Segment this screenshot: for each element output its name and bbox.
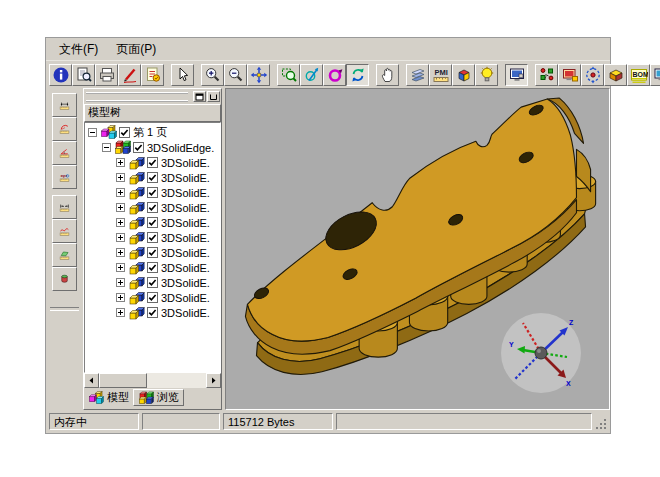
tree-item-part[interactable]: 3DSolidE. bbox=[85, 275, 220, 290]
zoom-in-button[interactable] bbox=[201, 64, 224, 86]
checkbox-checked[interactable] bbox=[147, 247, 158, 258]
menu-page[interactable]: 页面(P) bbox=[107, 39, 165, 60]
tree-item-label: 3DSolidEdge. bbox=[147, 142, 214, 154]
checkbox-checked[interactable] bbox=[147, 172, 158, 183]
animation-button[interactable] bbox=[558, 64, 581, 86]
resize-grip[interactable] bbox=[595, 413, 607, 430]
print-preview-button[interactable] bbox=[72, 64, 95, 86]
expand-icon[interactable] bbox=[116, 248, 125, 257]
zoom-out-button[interactable] bbox=[224, 64, 247, 86]
measure-length-button[interactable] bbox=[52, 93, 77, 117]
measure-distance-button[interactable] bbox=[52, 195, 77, 219]
tree-item-label: 第 1 页 bbox=[133, 125, 167, 140]
expand-icon[interactable] bbox=[116, 218, 125, 227]
expand-icon[interactable] bbox=[116, 203, 125, 212]
tree-item-part[interactable]: 3DSolidE. bbox=[85, 305, 220, 320]
about-info-button[interactable] bbox=[49, 64, 72, 86]
expand-icon[interactable] bbox=[116, 173, 125, 182]
explode-view-button[interactable] bbox=[535, 64, 558, 86]
measure-coordinate-button[interactable]: xyz bbox=[52, 165, 77, 189]
checkbox-checked[interactable] bbox=[147, 157, 158, 168]
measure-curve-button[interactable] bbox=[52, 219, 77, 243]
tab-model[interactable]: 模型 bbox=[84, 389, 133, 406]
viewport-3d[interactable]: Z X Y bbox=[225, 88, 610, 410]
cylinder-volume-icon bbox=[59, 269, 70, 289]
scroll-left-button[interactable] bbox=[84, 373, 99, 388]
tree-item-page[interactable]: 第 1 页 bbox=[85, 125, 220, 140]
tree-item-part[interactable]: 3DSolidE. bbox=[85, 215, 220, 230]
markup-edit-button[interactable] bbox=[118, 64, 141, 86]
tree-item-assembly[interactable]: 3DSolidEdge. bbox=[85, 140, 220, 155]
display-mode-button[interactable] bbox=[505, 64, 528, 86]
toolbar-separator bbox=[50, 307, 79, 311]
expand-icon[interactable] bbox=[116, 308, 125, 317]
tree-item-part[interactable]: 3DSolidE. bbox=[85, 245, 220, 260]
lighting-button[interactable] bbox=[475, 64, 498, 86]
panel-hide-button[interactable] bbox=[207, 91, 220, 102]
pan-move-button[interactable] bbox=[247, 64, 270, 86]
checkbox-checked[interactable] bbox=[147, 187, 158, 198]
panel-float-button[interactable] bbox=[193, 91, 206, 102]
tree-item-part[interactable]: 3DSolidE. bbox=[85, 155, 220, 170]
refresh-regenerate-button[interactable] bbox=[346, 64, 369, 86]
pan-hand-button[interactable] bbox=[376, 64, 399, 86]
panel-title-bar[interactable] bbox=[84, 89, 221, 104]
design-review-button[interactable] bbox=[650, 64, 660, 86]
panel-drag-grip[interactable] bbox=[86, 92, 188, 102]
orientation-axis-indicator[interactable]: Z X Y bbox=[499, 311, 583, 395]
tree-item-part[interactable]: 3DSolidE. bbox=[85, 230, 220, 245]
solid-render-button[interactable] bbox=[604, 64, 627, 86]
svg-text:BOM: BOM bbox=[632, 71, 648, 78]
checkbox-checked[interactable] bbox=[147, 217, 158, 228]
expand-icon[interactable] bbox=[116, 233, 125, 242]
select-button[interactable] bbox=[171, 64, 194, 86]
expand-icon[interactable] bbox=[116, 293, 125, 302]
content-area: xyz 模型树 第 1 页 bbox=[46, 88, 610, 410]
tab-browse[interactable]: 浏览 bbox=[133, 389, 184, 406]
solid-box-icon bbox=[607, 66, 625, 84]
stamp-annotate-button[interactable] bbox=[141, 64, 164, 86]
bom-table-button[interactable]: BOM bbox=[627, 64, 650, 86]
layers-button[interactable] bbox=[406, 64, 429, 86]
scrollbar-thumb[interactable] bbox=[99, 373, 147, 388]
tree-item-part[interactable]: 3DSolidE. bbox=[85, 185, 220, 200]
part-icon bbox=[128, 260, 145, 275]
tab-label: 模型 bbox=[107, 390, 129, 405]
checkbox-checked[interactable] bbox=[147, 307, 158, 318]
measure-angle-button[interactable] bbox=[52, 141, 77, 165]
zoom-window-button[interactable] bbox=[277, 64, 300, 86]
tree-item-part[interactable]: 3DSolidE. bbox=[85, 290, 220, 305]
measure-volume-button[interactable] bbox=[52, 267, 77, 291]
collapse-icon[interactable] bbox=[102, 143, 111, 152]
orbit-sphere-button[interactable] bbox=[581, 64, 604, 86]
model-tree[interactable]: 第 1 页 3DSolidEdge. 3DSolidE. 3DSolidE. 3… bbox=[84, 122, 221, 373]
scroll-right-button[interactable] bbox=[206, 373, 221, 388]
tree-item-part[interactable]: 3DSolidE. bbox=[85, 170, 220, 185]
radius-arc-icon bbox=[59, 119, 70, 139]
rotate-orbit-button[interactable] bbox=[323, 64, 346, 86]
expand-icon[interactable] bbox=[116, 158, 125, 167]
checkbox-checked[interactable] bbox=[147, 262, 158, 273]
menu-file[interactable]: 文件(F) bbox=[50, 39, 107, 60]
checkbox-checked[interactable] bbox=[147, 292, 158, 303]
tree-item-part[interactable]: 3DSolidE. bbox=[85, 260, 220, 275]
print-button[interactable] bbox=[95, 64, 118, 86]
checkbox-checked[interactable] bbox=[147, 202, 158, 213]
expand-icon[interactable] bbox=[116, 188, 125, 197]
horizontal-scrollbar[interactable] bbox=[84, 373, 221, 388]
checkbox-checked[interactable] bbox=[133, 142, 144, 153]
measure-radius-button[interactable] bbox=[52, 117, 77, 141]
zoom-dynamic-button[interactable] bbox=[300, 64, 323, 86]
checkbox-checked[interactable] bbox=[119, 127, 130, 138]
scrollbar-track[interactable] bbox=[147, 373, 206, 388]
checkbox-checked[interactable] bbox=[147, 277, 158, 288]
expand-icon[interactable] bbox=[116, 263, 125, 272]
pmi-display-button[interactable]: PMI bbox=[429, 64, 452, 86]
checkbox-checked[interactable] bbox=[147, 232, 158, 243]
view-orientation-cube-button[interactable] bbox=[452, 64, 475, 86]
collapse-icon[interactable] bbox=[88, 128, 97, 137]
tree-item-label: 3DSolidE. bbox=[161, 202, 210, 214]
measure-area-button[interactable] bbox=[52, 243, 77, 267]
tree-item-part[interactable]: 3DSolidE. bbox=[85, 200, 220, 215]
expand-icon[interactable] bbox=[116, 278, 125, 287]
